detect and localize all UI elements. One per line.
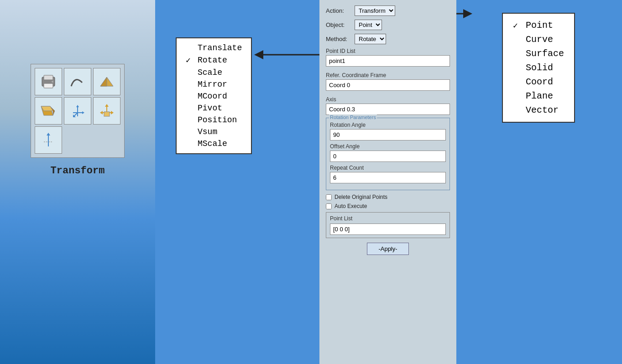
object-row: Object: Point bbox=[326, 20, 450, 30]
svg-marker-12 bbox=[82, 111, 84, 114]
mcoord-label: MCoord bbox=[198, 92, 227, 101]
object-coord[interactable]: Coord bbox=[511, 75, 566, 89]
svg-rect-2 bbox=[44, 83, 53, 88]
solid-tool-btn[interactable] bbox=[35, 97, 62, 125]
object-surface[interactable]: Surface bbox=[511, 47, 566, 61]
object-curve[interactable]: Curve bbox=[511, 32, 566, 47]
point-check: ✓ bbox=[513, 21, 522, 31]
object-vector[interactable]: Vector bbox=[511, 103, 566, 117]
curve-tool-btn[interactable] bbox=[64, 68, 91, 95]
point-list-group: Point List bbox=[326, 212, 450, 238]
object-surface-label: Surface bbox=[526, 48, 564, 59]
toolbar-grid bbox=[31, 64, 125, 158]
refer-coord-label: Refer. Coordinate Frame bbox=[326, 72, 450, 78]
rotation-params-label: Rotation Parameters bbox=[329, 114, 377, 120]
mcoord-check bbox=[186, 92, 195, 101]
axis-tool-btn[interactable] bbox=[35, 126, 62, 154]
coord-tool-btn[interactable] bbox=[64, 97, 91, 125]
method-select[interactable]: Rotate bbox=[355, 34, 386, 44]
svg-marker-18 bbox=[111, 111, 114, 114]
point-list-label: Point List bbox=[330, 215, 446, 222]
method-translate[interactable]: Translate bbox=[184, 42, 244, 54]
position-label: Position bbox=[198, 115, 237, 125]
surface-check bbox=[513, 49, 522, 58]
action-row: Action: Transform bbox=[326, 5, 450, 16]
offset-angle-label: Offset Angle bbox=[330, 143, 446, 150]
repeat-count-input[interactable] bbox=[330, 172, 446, 183]
delete-original-row: Delete Original Points bbox=[326, 194, 450, 200]
svg-rect-20 bbox=[104, 112, 110, 116]
position-check bbox=[186, 115, 195, 125]
pivot-check bbox=[186, 104, 195, 113]
rotate-check: ✓ bbox=[186, 55, 195, 65]
action-label: Action: bbox=[326, 7, 351, 14]
print-tool-btn[interactable] bbox=[35, 68, 62, 95]
method-dropdown: Translate ✓ Rotate Scale Mirror MCoord P… bbox=[176, 37, 252, 154]
mscale-check bbox=[186, 139, 195, 148]
object-select[interactable]: Point bbox=[355, 20, 382, 30]
auto-execute-row: Auto Execute bbox=[326, 203, 450, 209]
axis-label: Axis bbox=[326, 96, 450, 103]
svg-rect-1 bbox=[44, 75, 53, 80]
curve-check bbox=[513, 35, 522, 44]
scale-label: Scale bbox=[198, 68, 222, 77]
object-vector-label: Vector bbox=[526, 105, 559, 115]
object-curve-label: Curve bbox=[526, 34, 553, 45]
rotation-angle-input[interactable] bbox=[330, 129, 446, 140]
auto-execute-label: Auto Execute bbox=[335, 203, 367, 209]
action-select[interactable]: Transform bbox=[355, 5, 395, 16]
method-position[interactable]: Position bbox=[184, 114, 244, 126]
object-label: Object: bbox=[326, 21, 351, 28]
surface-tool-btn[interactable] bbox=[93, 68, 120, 95]
vsum-label: Vsum bbox=[198, 127, 217, 136]
method-mirror[interactable]: Mirror bbox=[184, 78, 244, 90]
svg-marker-5 bbox=[100, 77, 107, 86]
delete-original-checkbox[interactable] bbox=[326, 194, 332, 200]
svg-marker-25 bbox=[463, 9, 472, 18]
method-vsum[interactable]: Vsum bbox=[184, 126, 244, 138]
object-point-label: Point bbox=[526, 20, 553, 31]
auto-execute-checkbox[interactable] bbox=[326, 203, 332, 209]
object-solid[interactable]: Solid bbox=[511, 61, 566, 75]
scale-check bbox=[186, 68, 195, 77]
object-coord-label: Coord bbox=[526, 77, 553, 87]
svg-point-3 bbox=[52, 81, 53, 83]
method-label: Method: bbox=[326, 36, 351, 42]
coord-check bbox=[513, 78, 522, 87]
rotate-label: Rotate bbox=[198, 56, 227, 65]
svg-marker-11 bbox=[76, 105, 79, 107]
method-scale[interactable]: Scale bbox=[184, 67, 244, 78]
object-solid-label: Solid bbox=[526, 62, 553, 73]
translate-check bbox=[186, 43, 195, 52]
svg-marker-22 bbox=[47, 133, 50, 135]
object-plane-label: Plane bbox=[526, 91, 553, 101]
point-id-list-input[interactable] bbox=[326, 55, 450, 67]
point-list-input[interactable] bbox=[330, 224, 446, 235]
method-row: Method: Rotate bbox=[326, 34, 450, 44]
object-point[interactable]: ✓ Point bbox=[511, 18, 566, 32]
vector-check bbox=[513, 106, 522, 115]
left-panel: Transform bbox=[0, 0, 155, 364]
svg-line-13 bbox=[74, 113, 78, 116]
transform-tool-btn[interactable] bbox=[93, 97, 120, 125]
pivot-label: Pivot bbox=[198, 104, 222, 113]
plane-check bbox=[513, 92, 522, 101]
method-pivot[interactable]: Pivot bbox=[184, 102, 244, 114]
method-rotate[interactable]: ✓ Rotate bbox=[184, 54, 244, 67]
object-plane[interactable]: Plane bbox=[511, 89, 566, 103]
solid-check bbox=[513, 63, 522, 73]
delete-original-label: Delete Original Points bbox=[335, 194, 387, 200]
refer-coord-input[interactable] bbox=[326, 79, 450, 91]
method-mcoord[interactable]: MCoord bbox=[184, 90, 244, 102]
mscale-label: MScale bbox=[198, 139, 227, 148]
apply-button[interactable]: -Apply- bbox=[367, 243, 408, 255]
method-mscale[interactable]: MScale bbox=[184, 138, 244, 150]
svg-marker-16 bbox=[105, 104, 109, 107]
svg-marker-27 bbox=[254, 50, 263, 59]
offset-angle-input[interactable] bbox=[330, 151, 446, 162]
vsum-check bbox=[186, 127, 195, 136]
mirror-label: Mirror bbox=[198, 80, 227, 89]
axis-input[interactable] bbox=[326, 104, 450, 115]
object-dropdown: ✓ Point Curve Surface Solid Coord Plane … bbox=[502, 13, 575, 123]
rotation-angle-label: Rotation Angle bbox=[330, 122, 446, 128]
